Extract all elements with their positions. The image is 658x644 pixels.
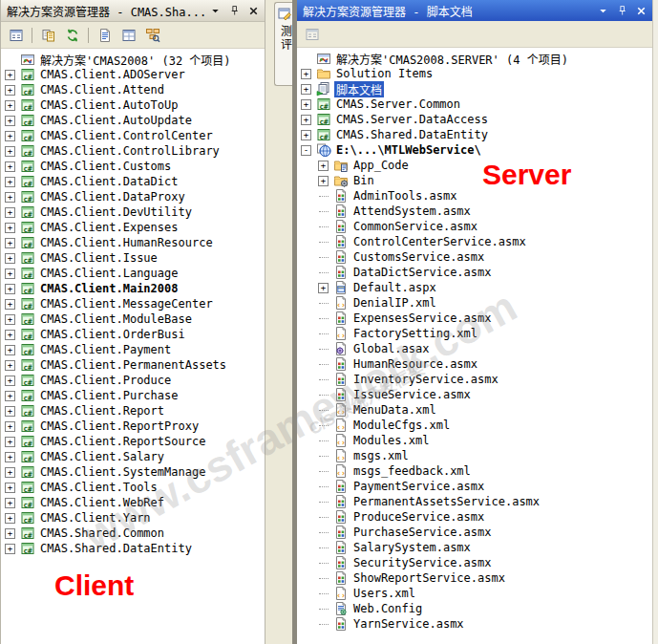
tree-item[interactable]: AdminTools.asmx <box>297 188 652 204</box>
tree-item[interactable]: +c#CMAS.Client.Attend <box>1 82 265 97</box>
tree-item[interactable]: ‹›Users.xml <box>297 586 652 601</box>
tree-item[interactable]: +Bin <box>297 173 652 188</box>
tree-item[interactable]: +App_Code <box>297 158 652 173</box>
expander-plus-icon[interactable]: + <box>318 176 329 186</box>
tree-item[interactable]: +Solution Items <box>297 66 652 81</box>
tree-item[interactable]: +c#CMAS.Shared.Common <box>1 526 265 541</box>
properties-icon[interactable] <box>5 24 27 46</box>
tree-item[interactable]: AttendSystem.asmx <box>297 204 652 219</box>
expander-plus-icon[interactable]: + <box>5 85 15 96</box>
tree-item[interactable]: +c#CMAS.Client.Report <box>1 403 265 419</box>
tree-item[interactable]: +c#CMAS.Client.OrderBusi <box>1 327 265 342</box>
tree-item[interactable]: +c#CMAS.Client.SystemManage <box>1 464 265 480</box>
expander-plus-icon[interactable]: + <box>5 177 15 187</box>
tree-item[interactable]: +c#CMAS.Client.Tools <box>1 480 265 495</box>
tree-item[interactable]: ‹›msgs_feedback.xml <box>297 463 652 479</box>
tree-item[interactable]: 解决方案'CMAS2008.SERVER' (4 个项目) <box>297 51 652 66</box>
tree-item[interactable]: ‹›Modules.xml <box>297 433 652 448</box>
tree-item[interactable]: +c#CMAS.Client.ControlLibrary <box>1 143 265 159</box>
view-designer-icon[interactable] <box>117 24 139 46</box>
expander-plus-icon[interactable]: + <box>5 161 15 172</box>
tree-item[interactable]: +c#CMAS.Client.MessageCenter <box>1 296 265 311</box>
expander-plus-icon[interactable]: + <box>5 391 15 401</box>
tree-item[interactable]: YarnService.asmx <box>297 616 652 632</box>
tree-item[interactable]: PermanentAssetsService.asmx <box>297 494 652 509</box>
tree-item[interactable]: +c#CMAS.Client.Customs <box>1 159 265 174</box>
expander-plus-icon[interactable]: + <box>318 161 329 171</box>
tree-item[interactable]: +c#CMAS.Client.Payment <box>1 342 265 357</box>
tree-item[interactable]: +脚本文档 <box>297 81 652 97</box>
tree-item[interactable]: ControlCenterService.asmx <box>297 234 652 249</box>
expander-plus-icon[interactable]: + <box>5 483 15 493</box>
expander-plus-icon[interactable]: + <box>5 284 15 294</box>
tree-item[interactable]: +c#CMAS.Client.ReportSource <box>1 434 265 449</box>
tree-item[interactable]: -E:\...\MTLWebService\ <box>297 142 652 158</box>
properties-icon[interactable] <box>301 23 323 45</box>
tree-item[interactable]: ProduceService.asmx <box>297 509 652 525</box>
tree-item[interactable]: ShowReportService.asmx <box>297 570 652 586</box>
tree-item[interactable]: IssueService.asmx <box>297 387 652 402</box>
expander-plus-icon[interactable]: + <box>5 528 15 539</box>
class-diagram-icon[interactable] <box>141 24 163 46</box>
tree-item[interactable]: +c#CMAS.Client.DevUtility <box>1 204 265 220</box>
right-panel-titlebar[interactable]: 解决方案资源管理器 - 脚本文档 <box>297 0 652 21</box>
tree-item[interactable]: Global.asax <box>297 341 652 356</box>
expander-plus-icon[interactable]: + <box>5 513 15 524</box>
tree-item[interactable]: +c#CMAS.Client.ReportProxy <box>1 419 265 434</box>
tree-item[interactable]: +c#CMAS.Client.WebRef <box>1 495 265 510</box>
tree-item[interactable]: +c#CMAS.Client.PermanentAssets <box>1 357 265 373</box>
expander-plus-icon[interactable]: + <box>5 437 15 447</box>
expander-plus-icon[interactable]: + <box>5 100 15 111</box>
tree-item[interactable]: InventoryService.asmx <box>297 372 652 387</box>
expander-plus-icon[interactable]: + <box>301 84 311 95</box>
tree-item[interactable]: ‹›ModuleCfgs.xml <box>297 418 652 433</box>
tree-item[interactable]: +c#CMAS.Shared.DataEntity <box>1 541 265 556</box>
tree-item[interactable]: +c#CMAS.Client.ModuleBase <box>1 311 265 327</box>
expander-plus-icon[interactable]: + <box>5 116 15 126</box>
expander-plus-icon[interactable]: + <box>5 330 15 340</box>
expander-plus-icon[interactable]: + <box>5 192 15 203</box>
expander-plus-icon[interactable]: + <box>5 238 15 248</box>
tree-item[interactable]: +c#CMAS.Server.DataAccess <box>297 112 652 127</box>
pin-icon[interactable] <box>614 3 630 18</box>
expander-plus-icon[interactable]: + <box>5 421 15 432</box>
tree-item[interactable]: HumanResource.asmx <box>297 356 652 372</box>
tree-item[interactable]: +c#CMAS.Client.HumanResource <box>1 235 265 250</box>
tree-item[interactable]: +c#CMAS.Server.Common <box>297 97 652 112</box>
tree-item[interactable]: ExpensesService.asmx <box>297 311 652 326</box>
tree-item[interactable]: CustomsService.asmx <box>297 249 652 265</box>
tree-item[interactable]: ‹›msgs.xml <box>297 448 652 463</box>
expander-plus-icon[interactable]: + <box>5 223 15 233</box>
left-panel-titlebar[interactable]: 解决方案资源管理器 - CMAS.Sha... <box>1 0 265 22</box>
tree-item[interactable]: Web.Config <box>297 601 652 616</box>
expander-plus-icon[interactable]: + <box>5 345 15 355</box>
tree-item[interactable]: +c#CMAS.Client.ADOServer <box>1 67 265 82</box>
tree-item[interactable]: +c#CMAS.Client.AutoUpdate <box>1 113 265 128</box>
tree-item[interactable]: +c#CMAS.Client.Produce <box>1 373 265 388</box>
tree-item[interactable]: +c#CMAS.Client.Issue <box>1 250 265 266</box>
tree-item[interactable]: +c#CMAS.Client.Purchase <box>1 388 265 403</box>
tree-item[interactable]: +c#CMAS.Shared.DataEntity <box>297 127 652 142</box>
expander-plus-icon[interactable]: + <box>5 544 15 554</box>
tree-item[interactable]: +c#CMAS.Client.AutoToUp <box>1 97 265 113</box>
expander-plus-icon[interactable]: + <box>5 452 15 462</box>
expander-plus-icon[interactable]: + <box>301 99 311 110</box>
expander-plus-icon[interactable]: + <box>5 146 15 157</box>
tree-item[interactable]: SalarySystem.asmx <box>297 540 652 555</box>
expander-plus-icon[interactable]: + <box>5 70 15 80</box>
expander-plus-icon[interactable]: + <box>301 69 311 79</box>
refresh-icon[interactable] <box>61 24 83 46</box>
chevron-down-icon[interactable] <box>595 3 611 18</box>
expander-plus-icon[interactable]: + <box>301 130 311 140</box>
expander-plus-icon[interactable]: + <box>318 283 329 293</box>
expander-plus-icon[interactable]: + <box>5 314 15 325</box>
tree-item[interactable]: ‹›MenuData.xml <box>297 402 652 418</box>
tree-item[interactable]: +c#CMAS.Client.Expenses <box>1 220 265 235</box>
expander-plus-icon[interactable]: + <box>5 498 15 508</box>
show-all-files-icon[interactable] <box>37 24 59 46</box>
expander-plus-icon[interactable]: + <box>5 253 15 264</box>
tree-item[interactable]: ‹›DenialIP.xml <box>297 295 652 311</box>
tree-item[interactable]: +c#CMAS.Client.Main2008 <box>1 281 265 296</box>
close-icon[interactable] <box>245 3 262 18</box>
tree-item[interactable]: +Default.aspx <box>297 280 652 295</box>
